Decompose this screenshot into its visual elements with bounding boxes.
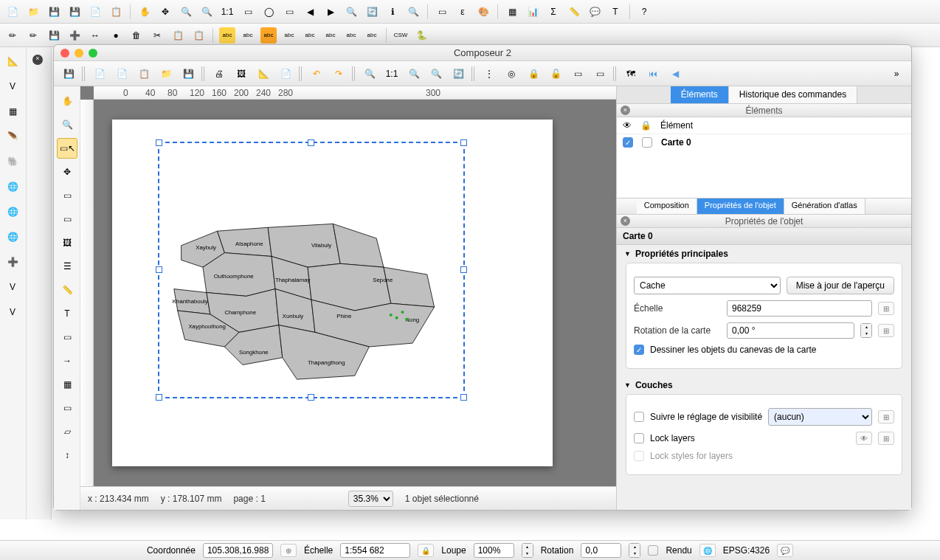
rotation-spinner[interactable]: ▴▾ bbox=[860, 323, 872, 338]
element-row[interactable]: ✓ Carte 0 bbox=[617, 134, 911, 151]
label-hide-icon[interactable]: abc bbox=[302, 27, 318, 44]
label-pin-icon[interactable]: abc bbox=[260, 27, 277, 44]
add-scalebar-icon[interactable]: 📏 bbox=[57, 280, 77, 300]
save-project-icon[interactable]: 💾 bbox=[60, 65, 77, 83]
expression-icon[interactable]: ε bbox=[455, 4, 471, 20]
style-icon[interactable]: 🎨 bbox=[475, 4, 491, 20]
add-text-icon[interactable]: T bbox=[57, 303, 77, 324]
lasso-icon[interactable]: ◯ bbox=[260, 4, 277, 20]
add-legend-icon[interactable]: ☰ bbox=[57, 256, 77, 277]
add-html-icon[interactable]: ▭ bbox=[57, 398, 77, 418]
rotation-input[interactable] bbox=[727, 322, 854, 339]
bscale-input[interactable] bbox=[340, 543, 410, 558]
vector-icon[interactable]: V bbox=[3, 77, 22, 96]
histogram-icon[interactable]: 📊 bbox=[525, 4, 541, 20]
properties-scroll[interactable]: Propriétés principales Cache Mise à jour… bbox=[617, 245, 911, 510]
full-extent-icon[interactable]: ✥ bbox=[157, 4, 173, 20]
zoom-prev-icon[interactable]: ◀ bbox=[302, 4, 318, 20]
pencil-icon[interactable]: ✏ bbox=[4, 27, 21, 44]
grid-icon[interactable]: ⋮ bbox=[480, 65, 498, 83]
add-arrow-icon[interactable]: → bbox=[57, 350, 77, 371]
wms-icon[interactable]: 🌐 bbox=[3, 177, 22, 196]
page[interactable]: Xaybuly Atsaphone Vilabuly Outhoomphone … bbox=[112, 120, 553, 466]
open-icon[interactable]: 📁 bbox=[25, 4, 41, 20]
zoom-out-icon[interactable]: 🔍 bbox=[198, 4, 215, 20]
group-icon[interactable]: ▭ bbox=[569, 65, 587, 83]
add-node-icon[interactable]: ▱ bbox=[57, 421, 77, 442]
snap-icon[interactable]: ◎ bbox=[502, 65, 520, 83]
visibility-checkbox[interactable]: ✓ bbox=[623, 137, 633, 148]
rot-input[interactable] bbox=[581, 543, 621, 558]
deselect-icon[interactable]: ▭ bbox=[281, 4, 297, 20]
new-icon[interactable]: 📄 bbox=[4, 4, 21, 20]
ungroup-icon[interactable]: ▭ bbox=[591, 65, 609, 83]
map-item[interactable]: Xaybuly Atsaphone Vilabuly Outhoomphone … bbox=[158, 142, 465, 398]
coord-toggle-icon[interactable]: ⊕ bbox=[280, 544, 297, 557]
manage-composer-icon[interactable]: 📋 bbox=[135, 65, 153, 83]
move-item-icon[interactable]: ↕ bbox=[57, 445, 77, 466]
select-tool-icon[interactable]: ▭↖ bbox=[57, 138, 77, 159]
export-svg-icon[interactable]: 📐 bbox=[255, 65, 272, 83]
subtab-props[interactable]: Propriétés de l'objet bbox=[697, 198, 784, 214]
edit-icon[interactable]: ✏ bbox=[25, 27, 41, 44]
add-map-icon[interactable]: ▭ bbox=[57, 185, 77, 206]
layer-icon[interactable]: 📋 bbox=[108, 4, 124, 20]
refresh2-icon[interactable]: 🔄 bbox=[449, 65, 467, 83]
close-panel-icon[interactable]: × bbox=[621, 106, 630, 115]
export-pdf-icon[interactable]: 📄 bbox=[277, 65, 294, 83]
tab-history[interactable]: Historique des commandes bbox=[729, 86, 857, 103]
mag-spinner[interactable]: ▴▾ bbox=[522, 543, 533, 558]
open-template-icon[interactable]: 📁 bbox=[157, 65, 175, 83]
tab-elements[interactable]: Éléments bbox=[671, 86, 729, 103]
label-prop-icon[interactable]: abc bbox=[364, 27, 380, 44]
scale-input[interactable] bbox=[727, 300, 872, 317]
prev-icon[interactable]: ◀ bbox=[666, 65, 684, 83]
redo-icon[interactable]: ↷ bbox=[330, 65, 348, 83]
layer-icon[interactable]: V bbox=[3, 303, 22, 322]
info-icon[interactable]: ℹ bbox=[384, 4, 401, 20]
add-label-icon[interactable]: ▭ bbox=[57, 209, 77, 229]
tip-icon[interactable]: 💬 bbox=[587, 4, 603, 20]
lock-scale-icon[interactable]: 🔒 bbox=[418, 544, 434, 557]
first-icon[interactable]: ⏮ bbox=[644, 65, 662, 83]
add-feature-icon[interactable]: ➕ bbox=[66, 27, 83, 44]
add-table-icon[interactable]: ▦ bbox=[57, 374, 77, 395]
unlock-icon[interactable]: 🔓 bbox=[547, 65, 564, 83]
draw-items-checkbox[interactable]: ✓ bbox=[634, 345, 644, 355]
save-edit-icon[interactable]: 💾 bbox=[46, 27, 62, 44]
paste-icon[interactable]: 📋 bbox=[190, 27, 207, 44]
ruler-icon[interactable]: 📐 bbox=[3, 52, 22, 71]
add-shape-icon[interactable]: ▭ bbox=[57, 327, 77, 348]
crs-icon[interactable]: 🌐 bbox=[699, 544, 716, 557]
zoomout2-icon[interactable]: 🔍 bbox=[427, 65, 445, 83]
pan-tool-icon[interactable]: ✋ bbox=[57, 91, 77, 111]
label-show-icon[interactable]: abc bbox=[281, 27, 297, 44]
subtab-composition[interactable]: Composition bbox=[637, 198, 697, 214]
add-image-icon[interactable]: 🖼 bbox=[57, 232, 77, 253]
section-main-header[interactable]: Propriétés principales bbox=[617, 245, 911, 263]
node-icon[interactable]: ● bbox=[108, 27, 124, 44]
select-icon[interactable]: ▭ bbox=[240, 4, 256, 20]
copy-icon[interactable]: 📋 bbox=[170, 27, 186, 44]
export-img-icon[interactable]: 🖼 bbox=[232, 65, 250, 83]
close-props-icon[interactable]: × bbox=[621, 216, 630, 226]
zoom-in-icon[interactable]: 🔍 bbox=[178, 4, 194, 20]
coord-input[interactable] bbox=[203, 543, 273, 558]
data-def-icon[interactable]: ⊞ bbox=[878, 324, 894, 337]
postgis-icon[interactable]: 🐘 bbox=[3, 152, 22, 171]
atlas-icon[interactable]: 🗺 bbox=[622, 65, 640, 83]
save-as-icon[interactable]: 💾 bbox=[66, 4, 83, 20]
sigma-icon[interactable]: Σ bbox=[545, 4, 561, 20]
render-checkbox[interactable] bbox=[648, 545, 658, 556]
lock-icon[interactable]: 🔒 bbox=[525, 65, 542, 83]
zoomin2-icon[interactable]: 🔍 bbox=[405, 65, 423, 83]
data-def-icon[interactable]: ⊞ bbox=[878, 432, 894, 445]
feather-icon[interactable]: 🪶 bbox=[3, 127, 22, 146]
section-layers-header[interactable]: Couches bbox=[617, 376, 911, 394]
wfs-icon[interactable]: 🌐 bbox=[3, 202, 22, 221]
lock-layers-checkbox[interactable] bbox=[634, 433, 644, 443]
new-print-icon[interactable]: 📄 bbox=[87, 4, 103, 20]
delete-icon[interactable]: 🗑 bbox=[128, 27, 145, 44]
data-def-icon[interactable]: ⊞ bbox=[878, 302, 894, 315]
select-yellow-icon[interactable]: ▭ bbox=[434, 4, 450, 20]
